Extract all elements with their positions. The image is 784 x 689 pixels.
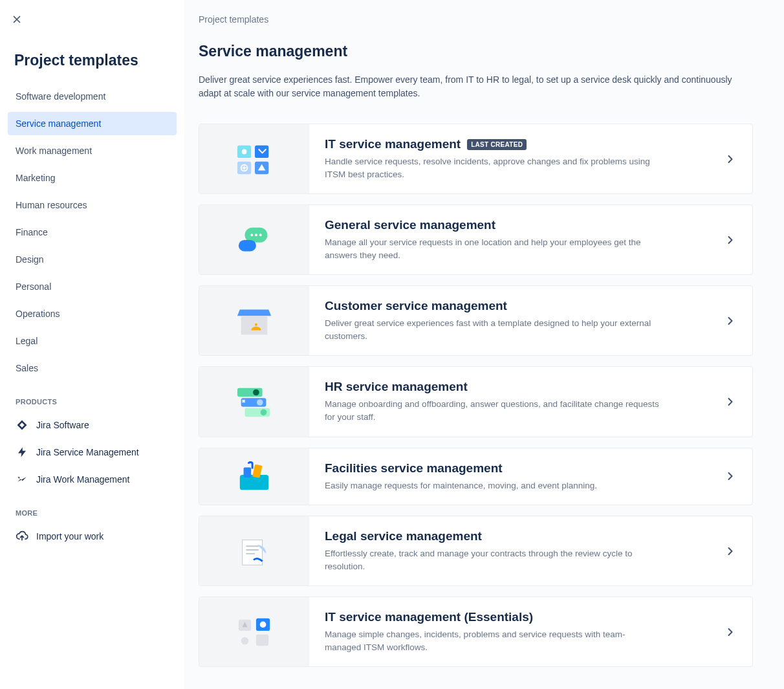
template-description: Easily manage requests for maintenance, … <box>325 479 661 492</box>
svg-point-8 <box>255 234 257 236</box>
template-card[interactable]: IT service management LAST CREATED Handl… <box>199 124 753 194</box>
chevron-right-icon <box>724 470 737 483</box>
template-thumbnail <box>199 367 309 436</box>
products-section-label: Products <box>16 398 177 406</box>
template-thumbnail <box>199 124 309 193</box>
template-description: Effortlessly create, track and manage yo… <box>325 547 661 573</box>
template-body: IT service management (Essentials) Manag… <box>309 597 752 666</box>
sidebar-category-item[interactable]: Finance <box>8 221 177 244</box>
chevron-right-icon <box>724 545 737 558</box>
chevron-right-icon <box>724 626 737 639</box>
main-content: Project templates Service management Del… <box>184 0 784 689</box>
template-card[interactable]: General service management Manage all yo… <box>199 204 753 275</box>
sidebar-category-item[interactable]: Legal <box>8 329 177 353</box>
svg-rect-22 <box>243 540 263 565</box>
sidebar-category-item[interactable]: Human resources <box>8 193 177 217</box>
svg-point-26 <box>241 637 249 644</box>
sidebar-category-item[interactable]: Sales <box>8 356 177 380</box>
svg-point-7 <box>250 234 253 236</box>
product-list: Jira SoftwareJira Service ManagementJira… <box>8 413 177 491</box>
chevron-right-icon <box>724 314 737 327</box>
template-body: Legal service management Effortlessly cr… <box>309 516 752 585</box>
svg-rect-10 <box>239 240 256 251</box>
chevron-right-icon <box>724 395 737 408</box>
close-icon <box>11 14 23 25</box>
product-item[interactable]: Jira Service Management <box>8 441 177 464</box>
product-label: Jira Software <box>36 420 89 430</box>
product-item[interactable]: Jira Software <box>8 413 177 437</box>
svg-rect-11 <box>241 316 268 334</box>
sidebar-category-item[interactable]: Operations <box>8 302 177 325</box>
svg-point-4 <box>242 149 247 154</box>
template-body: IT service management LAST CREATED Handl… <box>309 124 752 193</box>
breadcrumb[interactable]: Project templates <box>199 14 753 25</box>
template-title: Customer service management <box>325 299 507 313</box>
svg-rect-27 <box>256 635 268 646</box>
template-thumbnail <box>199 205 309 274</box>
product-label: Jira Service Management <box>36 447 139 457</box>
category-list: Software developmentService managementWo… <box>8 85 177 380</box>
template-description: Manage simple changes, incidents, proble… <box>325 628 661 653</box>
last-created-badge: LAST CREATED <box>467 139 527 150</box>
template-body: HR service management Manage onboarding … <box>309 367 752 436</box>
close-button[interactable] <box>9 12 25 27</box>
chevron-right-icon <box>724 234 737 246</box>
template-body: Customer service management Deliver grea… <box>309 286 752 355</box>
svg-point-12 <box>255 323 257 326</box>
svg-point-9 <box>259 234 262 236</box>
template-title: Legal service management <box>325 529 482 543</box>
template-card[interactable]: IT service management (Essentials) Manag… <box>199 596 753 667</box>
page-title: Service management <box>199 43 753 60</box>
sidebar-category-item[interactable]: Marketing <box>8 166 177 190</box>
template-thumbnail <box>199 448 309 505</box>
svg-point-18 <box>261 410 267 416</box>
template-card[interactable]: HR service management Manage onboarding … <box>199 366 753 437</box>
template-thumbnail <box>199 286 309 355</box>
svg-point-16 <box>257 399 263 406</box>
sidebar-category-item[interactable]: Service management <box>8 112 177 135</box>
product-icon <box>16 446 28 459</box>
cloud-upload-icon <box>16 530 28 543</box>
sidebar-title: Project templates <box>14 52 177 69</box>
product-label: Jira Work Management <box>36 474 129 485</box>
sidebar: Project templates Software developmentSe… <box>0 0 184 689</box>
svg-point-25 <box>260 621 267 628</box>
product-icon <box>16 473 28 486</box>
import-your-work[interactable]: Import your work <box>8 525 177 548</box>
template-description: Handle service requests, resolve inciden… <box>325 155 661 180</box>
sidebar-category-item[interactable]: Personal <box>8 275 177 298</box>
svg-rect-20 <box>244 468 252 477</box>
template-title: HR service management <box>325 380 468 394</box>
template-description: Manage onboarding and offboarding, answe… <box>325 398 661 423</box>
sidebar-category-item[interactable]: Design <box>8 248 177 271</box>
page-description: Deliver great service experiences fast. … <box>199 73 742 100</box>
sidebar-category-item[interactable]: Software development <box>8 85 177 108</box>
template-title: Facilities service management <box>325 461 503 476</box>
product-icon <box>16 419 28 432</box>
template-body: Facilities service management Easily man… <box>309 448 752 505</box>
chevron-right-icon <box>724 153 737 166</box>
more-section-label: More <box>16 509 177 517</box>
template-description: Manage all your service requests in one … <box>325 236 661 261</box>
template-title: General service management <box>325 218 495 232</box>
svg-point-14 <box>253 389 259 396</box>
template-card[interactable]: Facilities service management Easily man… <box>199 448 753 506</box>
template-body: General service management Manage all yo… <box>309 205 752 274</box>
sidebar-category-item[interactable]: Work management <box>8 139 177 162</box>
template-thumbnail <box>199 597 309 666</box>
template-description: Deliver great service experiences fast w… <box>325 317 661 342</box>
template-title: IT service management (Essentials) <box>325 610 533 624</box>
template-card[interactable]: Legal service management Effortlessly cr… <box>199 516 753 586</box>
template-card[interactable]: Customer service management Deliver grea… <box>199 285 753 356</box>
template-list: IT service management LAST CREATED Handl… <box>199 124 753 667</box>
template-thumbnail <box>199 516 309 585</box>
product-item[interactable]: Jira Work Management <box>8 468 177 491</box>
template-title: IT service management <box>325 137 461 151</box>
import-label: Import your work <box>36 531 103 541</box>
